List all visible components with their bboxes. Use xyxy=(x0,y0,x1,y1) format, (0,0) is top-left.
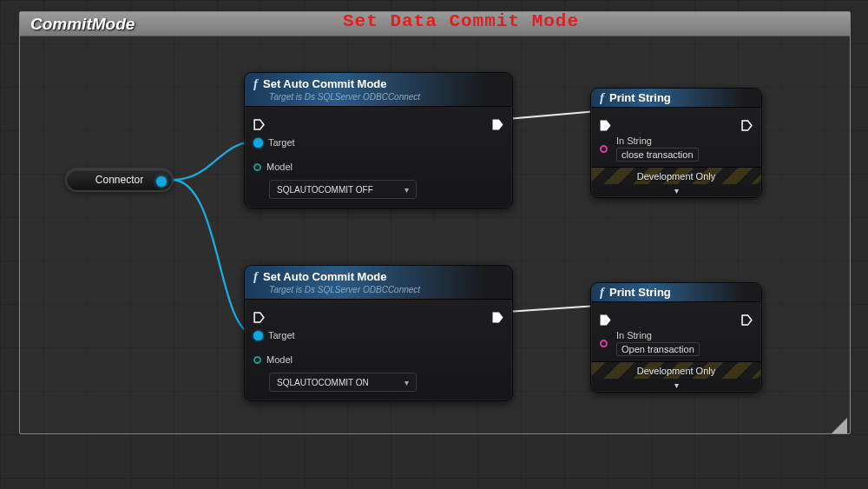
target-pin[interactable] xyxy=(253,138,263,148)
model-dropdown[interactable]: SQLAUTOCOMMIT ON ▾ xyxy=(269,373,417,392)
model-value: SQLAUTOCOMMIT ON xyxy=(277,378,369,387)
connector-label: Connector xyxy=(95,174,143,186)
in-string-input[interactable]: close transaction xyxy=(616,148,699,162)
dev-only-label: Development Only xyxy=(637,366,716,376)
node-header[interactable]: fPrint String xyxy=(591,89,761,108)
node-header[interactable]: fPrint String xyxy=(591,283,761,302)
model-pin[interactable] xyxy=(253,163,261,171)
chevron-down-icon: ▾ xyxy=(404,185,409,195)
function-icon: f xyxy=(253,76,258,91)
node-subtitle: Target is Ds SQLServer ODBCConnect xyxy=(269,92,503,102)
model-label: Model xyxy=(266,354,293,365)
exec-in-pin[interactable] xyxy=(600,314,611,325)
model-dropdown[interactable]: SQLAUTOCOMMIT OFF ▾ xyxy=(269,180,417,199)
node-title-text: Set Auto Commit Mode xyxy=(263,270,387,283)
in-string-label: In String xyxy=(616,330,700,340)
print-string-node-1[interactable]: fPrint String In String close transactio… xyxy=(590,88,762,198)
print-string-node-2[interactable]: fPrint String In String Open transaction… xyxy=(590,282,762,393)
exec-in-pin[interactable] xyxy=(253,311,265,322)
node-header[interactable]: fSet Auto Commit Mode Target is Ds SQLSe… xyxy=(245,73,512,107)
set-auto-commit-node-1[interactable]: fSet Auto Commit Mode Target is Ds SQLSe… xyxy=(244,72,513,208)
function-icon: f xyxy=(253,269,258,284)
exec-out-pin[interactable] xyxy=(492,311,503,322)
comment-title: CommitMode xyxy=(30,15,135,34)
node-title-text: Print String xyxy=(609,91,671,104)
connector-variable-node[interactable]: Connector xyxy=(65,168,174,192)
exec-out-pin[interactable] xyxy=(492,118,503,129)
expand-chevron-icon[interactable]: ▾ xyxy=(591,184,761,197)
node-subtitle: Target is Ds SQLServer ODBCConnect xyxy=(269,285,503,294)
expand-chevron-icon[interactable]: ▾ xyxy=(591,379,761,392)
target-pin[interactable] xyxy=(253,331,263,340)
node-title-text: Set Auto Commit Mode xyxy=(263,77,387,90)
node-header[interactable]: fSet Auto Commit Mode Target is Ds SQLSe… xyxy=(245,266,512,300)
dev-only-label: Development Only xyxy=(637,171,716,182)
exec-out-pin[interactable] xyxy=(741,314,753,325)
resize-handle-icon[interactable] xyxy=(832,418,847,433)
dev-only-strip: Development Only xyxy=(591,167,761,184)
connector-output-pin[interactable] xyxy=(156,176,167,187)
overlay-title: Set Data Commit Mode xyxy=(343,11,579,31)
exec-out-pin[interactable] xyxy=(741,119,753,130)
set-auto-commit-node-2[interactable]: fSet Auto Commit Mode Target is Ds SQLSe… xyxy=(244,265,513,401)
model-pin[interactable] xyxy=(253,356,261,364)
target-label: Target xyxy=(268,137,295,148)
function-icon: f xyxy=(600,90,604,105)
exec-in-pin[interactable] xyxy=(600,119,611,130)
node-title-text: Print String xyxy=(609,286,671,299)
function-icon: f xyxy=(600,285,604,300)
dev-only-strip: Development Only xyxy=(591,361,761,379)
exec-in-pin[interactable] xyxy=(253,118,265,129)
in-string-pin[interactable] xyxy=(600,145,608,153)
in-string-input[interactable]: Open transaction xyxy=(616,342,700,356)
chevron-down-icon: ▾ xyxy=(404,378,409,387)
model-label: Model xyxy=(266,162,293,172)
target-label: Target xyxy=(268,330,295,340)
in-string-pin[interactable] xyxy=(600,340,608,347)
in-string-label: In String xyxy=(616,135,699,146)
model-value: SQLAUTOCOMMIT OFF xyxy=(277,185,373,195)
